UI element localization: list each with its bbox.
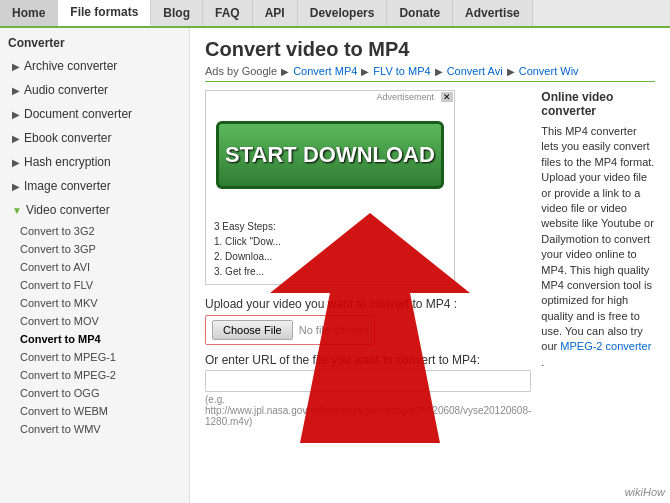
arrow-icon: ▶ — [12, 133, 20, 144]
upload-section: Upload your video you want to convert to… — [205, 297, 531, 427]
url-hint: (e.g. http://www.jpl.nasa.gov/videos/voy… — [205, 394, 531, 427]
sidebar-subitem-mpeg2[interactable]: Convert to MPEG-2 — [0, 366, 189, 384]
sidebar-item-ebook-converter[interactable]: ▶ Ebook converter — [0, 126, 189, 150]
arrow-icon: ▶ — [12, 109, 20, 120]
content-row: Advertisement ✕ START DOWNLOAD 3 Easy St… — [205, 90, 655, 427]
sidebar-subitem-ogg[interactable]: Convert to OGG — [0, 384, 189, 402]
file-input-row: Choose File No file chosen — [205, 315, 375, 345]
arrow-icon: ▶ — [12, 181, 20, 192]
nav-blog[interactable]: Blog — [151, 0, 203, 26]
advertisement-label: Advertisement — [206, 91, 454, 102]
sidebar-label-archive: Archive converter — [24, 59, 117, 73]
sidebar-label-document: Document converter — [24, 107, 132, 121]
left-column: Advertisement ✕ START DOWNLOAD 3 Easy St… — [205, 90, 531, 427]
sidebar-subitem-mov[interactable]: Convert to MOV — [0, 312, 189, 330]
right-panel-title: Online video converter — [541, 90, 655, 118]
sidebar-item-video-converter[interactable]: ▼ Video converter — [0, 198, 189, 222]
url-input[interactable] — [205, 370, 531, 392]
ad-steps: 3 Easy Steps: 1. Click "Dow... 2. Downlo… — [214, 219, 281, 279]
sidebar-subitem-flv[interactable]: Convert to FLV — [0, 276, 189, 294]
breadcrumb-arrow: ▶ — [435, 66, 443, 77]
right-column: Online video converter This MP4 converte… — [541, 90, 655, 427]
sidebar-label-ebook: Ebook converter — [24, 131, 111, 145]
download-button[interactable]: START DOWNLOAD — [216, 121, 444, 189]
sidebar-item-hash-encryption[interactable]: ▶ Hash encryption — [0, 150, 189, 174]
sidebar-subitem-mp4[interactable]: Convert to MP4 — [0, 330, 189, 348]
sidebar-subitem-mpeg1[interactable]: Convert to MPEG-1 — [0, 348, 189, 366]
nav-faq[interactable]: FAQ — [203, 0, 253, 26]
nav-api[interactable]: API — [253, 0, 298, 26]
sidebar-item-document-converter[interactable]: ▶ Document converter — [0, 102, 189, 126]
breadcrumb-avi[interactable]: Convert Avi — [447, 65, 503, 77]
file-name-display: No file chosen — [299, 324, 369, 336]
sidebar: Converter ▶ Archive converter ▶ Audio co… — [0, 28, 190, 503]
sidebar-subitem-avi[interactable]: Convert to AVI — [0, 258, 189, 276]
sidebar-label-audio: Audio converter — [24, 83, 108, 97]
sidebar-item-audio-converter[interactable]: ▶ Audio converter — [0, 78, 189, 102]
main-layout: Converter ▶ Archive converter ▶ Audio co… — [0, 28, 670, 503]
mpeg2-link[interactable]: MPEG-2 converter — [560, 340, 651, 352]
step-2: 2. Downloa... — [214, 249, 281, 264]
breadcrumb-arrow: ▶ — [361, 66, 369, 77]
right-panel-text1: This MP4 converter lets you easily conve… — [541, 125, 654, 352]
step-header: 3 Easy Steps: — [214, 219, 281, 234]
step-1: 1. Click "Dow... — [214, 234, 281, 249]
sidebar-label-image: Image converter — [24, 179, 111, 193]
sidebar-subitem-3g2[interactable]: Convert to 3G2 — [0, 222, 189, 240]
nav-file-formats[interactable]: File formats — [58, 0, 151, 26]
sidebar-item-image-converter[interactable]: ▶ Image converter — [0, 174, 189, 198]
arrow-icon-expanded: ▼ — [12, 205, 22, 216]
breadcrumb-mp4[interactable]: Convert MP4 — [293, 65, 357, 77]
breadcrumb-arrow: ▶ — [281, 66, 289, 77]
nav-donate[interactable]: Donate — [387, 0, 453, 26]
sidebar-subitem-mkv[interactable]: Convert to MKV — [0, 294, 189, 312]
right-panel-text: This MP4 converter lets you easily conve… — [541, 124, 655, 370]
ads-label: Ads by Google — [205, 65, 277, 77]
top-navigation: Home File formats Blog FAQ API Developer… — [0, 0, 670, 28]
breadcrumb: Ads by Google ▶ Convert MP4 ▶ FLV to MP4… — [205, 65, 655, 82]
sidebar-label-hash: Hash encryption — [24, 155, 111, 169]
breadcrumb-wiv[interactable]: Convert Wiv — [519, 65, 579, 77]
sidebar-item-archive-converter[interactable]: ▶ Archive converter — [0, 54, 189, 78]
url-label: Or enter URL of the file you want to con… — [205, 353, 531, 367]
breadcrumb-arrow: ▶ — [507, 66, 515, 77]
choose-file-button[interactable]: Choose File — [212, 320, 293, 340]
step-3: 3. Get fre... — [214, 264, 281, 279]
sidebar-subitem-webm[interactable]: Convert to WEBM — [0, 402, 189, 420]
arrow-icon: ▶ — [12, 157, 20, 168]
nav-home[interactable]: Home — [0, 0, 58, 26]
sidebar-subitem-3gp[interactable]: Convert to 3GP — [0, 240, 189, 258]
nav-advertise[interactable]: Advertise — [453, 0, 533, 26]
upload-label: Upload your video you want to convert to… — [205, 297, 531, 311]
sidebar-subitem-wmv[interactable]: Convert to WMV — [0, 420, 189, 438]
sidebar-label-video: Video converter — [26, 203, 110, 217]
arrow-icon: ▶ — [12, 85, 20, 96]
page-title: Convert video to MP4 — [205, 38, 655, 61]
sidebar-header: Converter — [0, 28, 189, 54]
nav-developers[interactable]: Developers — [298, 0, 388, 26]
wikihow-badge: wikiHow — [625, 486, 665, 498]
ad-close-button[interactable]: ✕ — [441, 92, 453, 102]
main-content: Convert video to MP4 Ads by Google ▶ Con… — [190, 28, 670, 503]
breadcrumb-flv-mp4[interactable]: FLV to MP4 — [373, 65, 430, 77]
arrow-icon: ▶ — [12, 61, 20, 72]
right-panel-text2: . — [541, 356, 544, 368]
ad-box: Advertisement ✕ START DOWNLOAD 3 Easy St… — [205, 90, 455, 285]
